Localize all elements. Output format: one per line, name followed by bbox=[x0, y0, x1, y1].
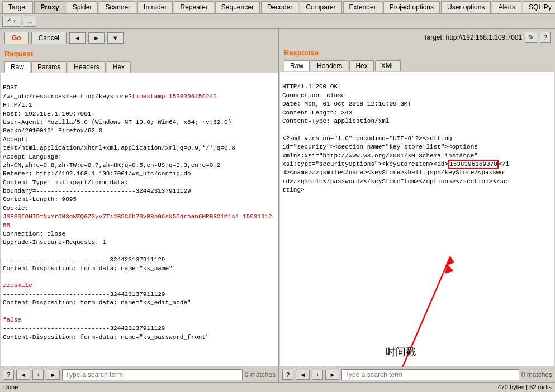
request-pane: Go Cancel ◄ ► ▼ Request Raw Params Heade… bbox=[0, 29, 279, 382]
request-heading: Request bbox=[0, 47, 278, 60]
request-tab-params[interactable]: Params bbox=[31, 61, 67, 73]
close-tab-icon[interactable]: × bbox=[13, 18, 16, 25]
response-search-help[interactable]: ? bbox=[282, 370, 293, 380]
nav-back-button[interactable]: ◄ bbox=[69, 32, 86, 44]
tab-intruder[interactable]: Intruder bbox=[137, 1, 173, 13]
response-tab-xml[interactable]: XML bbox=[375, 60, 401, 71]
tab-sqlipy[interactable]: SQLiPy bbox=[523, 1, 555, 13]
request-search-input[interactable] bbox=[62, 369, 242, 380]
response-content-tabs: Raw Headers Hex XML bbox=[279, 59, 555, 71]
response-tab-raw[interactable]: Raw bbox=[284, 60, 310, 71]
response-search-input[interactable] bbox=[341, 369, 519, 380]
nav-forward-button[interactable]: ► bbox=[88, 32, 105, 44]
go-button[interactable]: Go bbox=[4, 32, 29, 44]
tab-proxy[interactable]: Proxy bbox=[34, 1, 65, 13]
status-bar: Done 470 bytes | 62 millis bbox=[0, 382, 555, 391]
request-search-next-add[interactable]: + bbox=[32, 370, 44, 380]
response-matches-label: 0 matches bbox=[521, 371, 552, 379]
request-toolbar: Go Cancel ◄ ► ▼ bbox=[0, 29, 278, 47]
main-content: Go Cancel ◄ ► ▼ Request Raw Params Heade… bbox=[0, 29, 555, 382]
tab-number: 4 bbox=[7, 17, 11, 25]
status-text: Done bbox=[3, 384, 18, 390]
response-size: 470 bytes | 62 millis bbox=[498, 384, 552, 390]
request-content-tabs: Raw Params Headers Hex bbox=[0, 60, 278, 73]
response-search-next[interactable]: ► bbox=[325, 370, 339, 380]
response-search-prev[interactable]: ◄ bbox=[296, 370, 310, 380]
tab-extender[interactable]: Extender bbox=[343, 1, 382, 13]
request-search-help[interactable]: ? bbox=[3, 370, 14, 380]
request-search-bar: ? ◄ + ► 0 matches bbox=[0, 367, 278, 382]
edit-target-button[interactable]: ✎ bbox=[525, 32, 537, 43]
tab-user-options[interactable]: User options bbox=[441, 1, 491, 13]
tab-decoder[interactable]: Decoder bbox=[261, 1, 298, 13]
tab-repeater[interactable]: Repeater bbox=[174, 1, 214, 13]
nav-bar: Target Proxy Spider Scanner Intruder Rep… bbox=[0, 0, 555, 14]
tab-alerts[interactable]: Alerts bbox=[492, 1, 521, 13]
tab-target[interactable]: Target bbox=[2, 1, 33, 13]
tab-sequencer[interactable]: Sequencer bbox=[215, 1, 260, 13]
response-area: HTTP/1.1 200 OK Connection: close Date: … bbox=[279, 71, 555, 367]
response-tab-headers[interactable]: Headers bbox=[311, 60, 348, 71]
response-pane: Target: http://192.168.1.109:7001 ✎ ? Re… bbox=[279, 29, 555, 382]
sub-tab-bar: 4 × ... bbox=[0, 14, 555, 29]
request-tab-raw[interactable]: Raw bbox=[4, 61, 30, 73]
response-heading: Response bbox=[279, 46, 555, 59]
target-label: Target: http://192.168.1.109:7001 bbox=[424, 34, 523, 41]
request-search-next[interactable]: ► bbox=[46, 370, 60, 380]
response-search-next-add[interactable]: + bbox=[312, 370, 323, 380]
help-button[interactable]: ? bbox=[540, 32, 551, 43]
cancel-button[interactable]: Cancel bbox=[31, 32, 67, 44]
response-toolbar: Target: http://192.168.1.109:7001 ✎ ? bbox=[279, 29, 555, 46]
request-search-prev[interactable]: ◄ bbox=[16, 370, 30, 380]
request-text-area[interactable]: POST /ws_utc/resources/setting/keystore?… bbox=[0, 73, 278, 367]
nav-down-button[interactable]: ▼ bbox=[107, 32, 124, 44]
num-tab-4[interactable]: 4 × bbox=[2, 16, 21, 27]
response-tab-hex[interactable]: Hex bbox=[349, 60, 373, 71]
request-tab-hex[interactable]: Hex bbox=[107, 61, 131, 73]
response-search-bar: ? ◄ + ► 0 matches bbox=[279, 367, 555, 382]
tab-project-options[interactable]: Project options bbox=[383, 1, 440, 13]
request-matches-label: 0 matches bbox=[245, 371, 276, 379]
request-tab-headers[interactable]: Headers bbox=[68, 61, 105, 73]
more-tabs-button[interactable]: ... bbox=[23, 16, 36, 27]
tab-comparer[interactable]: Comparer bbox=[300, 1, 341, 13]
tab-spider[interactable]: Spider bbox=[67, 1, 98, 13]
response-text-area[interactable]: HTTP/1.1 200 OK Connection: close Date: … bbox=[279, 71, 555, 367]
tab-scanner[interactable]: Scanner bbox=[99, 1, 136, 13]
